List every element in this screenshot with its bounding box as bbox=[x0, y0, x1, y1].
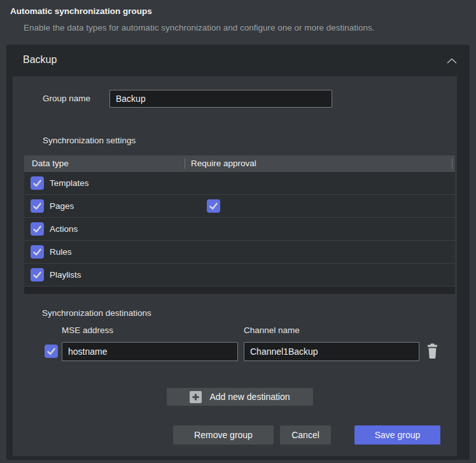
data-type-checkbox[interactable] bbox=[31, 176, 44, 190]
panel-title: Backup bbox=[23, 54, 57, 66]
plus-icon bbox=[190, 391, 202, 403]
group-name-input[interactable] bbox=[109, 90, 332, 108]
data-type-label: Actions bbox=[50, 224, 78, 234]
page-subtitle: Enable the data types for automatic sync… bbox=[24, 23, 375, 32]
sync-settings-heading: Synchronization settings bbox=[43, 136, 136, 145]
remove-group-button[interactable]: Remove group bbox=[173, 425, 274, 445]
data-type-label: Rules bbox=[50, 247, 72, 257]
require-approval-checkbox[interactable] bbox=[207, 199, 220, 213]
save-group-button[interactable]: Save group bbox=[354, 425, 440, 445]
column-header-data-type: Data type bbox=[32, 159, 69, 168]
trash-icon bbox=[426, 343, 438, 360]
channel-name-label: Channel name bbox=[244, 325, 300, 335]
data-type-label: Playlists bbox=[50, 270, 81, 280]
page-title: Automatic synchronization groups bbox=[10, 6, 152, 16]
backup-group-panel: Backup Group name Synchronization settin… bbox=[6, 45, 470, 460]
mse-address-input[interactable] bbox=[62, 342, 238, 361]
group-name-label: Group name bbox=[43, 94, 90, 103]
data-type-checkbox[interactable] bbox=[31, 199, 44, 213]
collapse-panel-button[interactable] bbox=[443, 52, 461, 69]
panel-content: Group name Synchronization settings Data… bbox=[13, 76, 457, 456]
delete-destination-button[interactable] bbox=[424, 342, 440, 361]
add-destination-label: Add new destination bbox=[209, 392, 290, 402]
table-footer bbox=[24, 287, 455, 294]
table-row: Playlists bbox=[24, 264, 455, 287]
channel-name-input[interactable] bbox=[244, 342, 419, 361]
table-row: Templates bbox=[24, 172, 455, 195]
data-type-label: Templates bbox=[50, 178, 89, 188]
table-row: Rules bbox=[24, 241, 455, 264]
add-destination-button[interactable]: Add new destination bbox=[167, 388, 313, 406]
data-type-checkbox[interactable] bbox=[31, 268, 44, 281]
chevron-up-icon bbox=[447, 55, 457, 66]
cancel-button[interactable]: Cancel bbox=[280, 425, 331, 445]
column-header-require-approval: Require approval bbox=[191, 159, 256, 168]
mse-address-label: MSE address bbox=[62, 325, 113, 335]
column-divider bbox=[452, 159, 452, 169]
sync-destinations-heading: Synchronization destinations bbox=[42, 308, 151, 318]
table-header-row: Data type Require approval bbox=[24, 155, 455, 172]
data-type-checkbox[interactable] bbox=[31, 222, 44, 236]
table-row: Pages bbox=[24, 195, 455, 218]
column-divider bbox=[185, 159, 185, 169]
table-row: Actions bbox=[24, 218, 455, 241]
sync-settings-table: Data type Require approval Templates Pag… bbox=[24, 155, 455, 294]
data-type-label: Pages bbox=[50, 201, 74, 211]
panel-header: Backup bbox=[6, 45, 470, 76]
data-type-checkbox[interactable] bbox=[31, 245, 44, 259]
destination-enabled-checkbox[interactable] bbox=[45, 345, 58, 358]
